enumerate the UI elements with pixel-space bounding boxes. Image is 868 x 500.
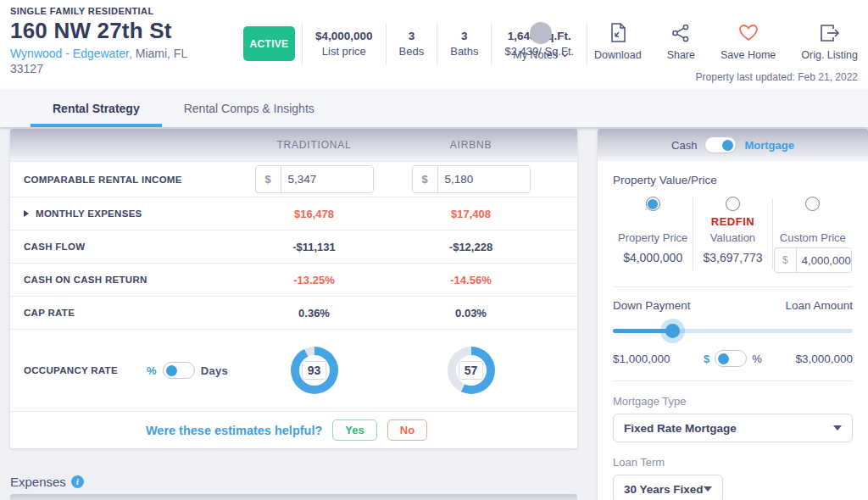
my-notes-avatar-icon <box>530 22 552 44</box>
status-badge: ACTIVE <box>243 26 295 61</box>
tab-bar: Rental Strategy Rental Comps & Insights <box>0 89 868 127</box>
chevron-down-icon <box>561 53 569 58</box>
redfin-valuation-radio[interactable] <box>726 197 740 211</box>
traditional-income-input[interactable] <box>281 166 373 192</box>
mortgage-toggle-label[interactable]: Mortgage <box>744 139 794 152</box>
feedback-no-button[interactable]: No <box>387 419 427 441</box>
financing-panel: Cash Mortgage Property Value/Price Prope… <box>598 129 868 500</box>
download-button[interactable]: Download <box>594 22 642 61</box>
traditional-income-input-group: $ <box>255 165 374 193</box>
down-payment-value: $1,000,000 <box>613 353 670 365</box>
traditional-occupancy-donut: 93 <box>291 347 338 394</box>
property-type-label: SINGLE FAMILY RESIDENTIAL <box>10 6 187 16</box>
row-occupancy-rate: OCCUPANCY RATE % Days 93 57 <box>10 329 577 411</box>
stat-value: 3 <box>450 28 478 45</box>
action-label: Orig. Listing <box>801 49 858 61</box>
airbnb-monthly-expenses: $17,408 <box>392 208 549 220</box>
cash-mortgage-toggle[interactable] <box>704 136 737 153</box>
feedback-row: Were these estimates helpful? Yes No <box>10 411 577 448</box>
divider <box>613 381 853 381</box>
row-cash-on-cash-return: CASH ON CASH RETURN -13.25% -14.56% <box>10 263 577 296</box>
tab-rental-comps-insights[interactable]: Rental Comps & Insights <box>162 89 337 127</box>
column-traditional: TRADITIONAL <box>236 139 392 151</box>
row-monthly-expenses: MONTHLY EXPENSES $16,478 $17,408 <box>10 197 577 230</box>
airbnb-coc-return: -14.56% <box>392 274 549 286</box>
column-airbnb: AIRBNB <box>392 139 549 151</box>
airbnb-income-input-group: $ <box>412 165 531 193</box>
slider-knob[interactable] <box>665 324 680 338</box>
stat-label: List price <box>315 44 373 60</box>
info-icon[interactable]: i <box>71 475 84 488</box>
stat-beds: 3 Beds <box>386 23 437 65</box>
feedback-yes-button[interactable]: Yes <box>332 419 376 441</box>
price-options: Property Price $4,000,000 REDFIN Valuati… <box>613 197 853 273</box>
divider <box>693 198 693 269</box>
option-redfin-valuation: REDFIN Valuation $3,697,773 <box>693 197 772 273</box>
property-address: 160 NW 27th St <box>10 18 187 44</box>
row-cap-rate: CAP RATE 0.36% 0.03% <box>10 296 577 329</box>
header-actions: My Notes Download Share <box>513 22 858 61</box>
stat-value: 3 <box>399 28 425 45</box>
property-header: SINGLE FAMILY RESIDENTIAL 160 NW 27th St… <box>0 0 868 89</box>
loan-term-select[interactable]: 30 Years Fixed <box>613 475 723 500</box>
save-home-button[interactable]: Save Home <box>721 22 776 61</box>
share-button[interactable]: Share <box>667 22 695 61</box>
loan-amount-label: Loan Amount <box>785 299 853 312</box>
toggle-percent-label[interactable]: % <box>147 364 157 377</box>
property-price-radio[interactable] <box>646 197 660 211</box>
percent-toggle-label[interactable]: % <box>752 353 762 365</box>
property-location: Wynwood - Edgewater, Miami, FL <box>10 47 187 60</box>
custom-price-input-group: $ <box>774 247 852 273</box>
property-info: SINGLE FAMILY RESIDENTIAL 160 NW 27th St… <box>10 6 187 75</box>
mortgage-type-value: Fixed Rate Mortgage <box>624 422 737 435</box>
redfin-logo: REDFIN <box>711 215 754 228</box>
toggle-days-label[interactable]: Days <box>201 364 228 377</box>
city-state-label: Miami, FL <box>132 47 187 60</box>
property-value-title: Property Value/Price <box>613 174 853 186</box>
traditional-cash-flow: -$11,131 <box>236 241 392 253</box>
row-cash-flow: CASH FLOW -$11,131 -$12,228 <box>10 230 577 263</box>
slider-fill <box>613 329 673 333</box>
currency-prefix: $ <box>256 166 281 192</box>
cash-toggle-label[interactable]: Cash <box>671 139 697 152</box>
zip-code: 33127 <box>10 62 187 75</box>
orig-listing-button[interactable]: Orig. Listing <box>801 22 858 61</box>
stat-value: $4,000,000 <box>315 28 373 45</box>
heart-icon <box>738 24 759 42</box>
orig-listing-icon <box>820 24 840 42</box>
neighborhood-link[interactable]: Wynwood - Edgewater, <box>10 47 132 60</box>
down-payment-slider[interactable] <box>613 324 853 339</box>
option-label: Property Price <box>618 231 687 244</box>
tab-rental-strategy[interactable]: Rental Strategy <box>31 89 162 127</box>
occupancy-unit-toggle[interactable] <box>163 362 195 379</box>
expenses-title-text: Expenses <box>10 475 66 489</box>
traditional-monthly-expenses: $16,478 <box>236 208 392 220</box>
stat-baths: 3 Baths <box>437 23 491 65</box>
option-value: $4,000,000 <box>623 251 682 264</box>
row-comparable-rental-income: COMPARABLE RENTAL INCOME $ $ <box>10 161 577 197</box>
mortgage-type-select[interactable]: Fixed Rate Mortgage <box>613 414 853 442</box>
currency-prefix: $ <box>775 248 797 272</box>
custom-price-radio[interactable] <box>805 197 820 211</box>
row-label: COMPARABLE RENTAL INCOME <box>24 175 236 185</box>
currency-prefix: $ <box>413 166 438 192</box>
traditional-coc-return: -13.25% <box>236 274 392 286</box>
option-property-price: Property Price $4,000,000 <box>613 197 693 273</box>
strategy-table-header: TRADITIONAL AIRBNB <box>10 129 577 161</box>
dollar-toggle-label[interactable]: $ <box>704 353 709 365</box>
share-icon <box>671 24 690 42</box>
divider <box>613 286 853 287</box>
action-label: Save Home <box>721 49 776 61</box>
expand-arrow-icon[interactable] <box>24 210 29 217</box>
airbnb-income-input[interactable] <box>438 166 530 192</box>
airbnb-cap-rate: 0.03% <box>392 307 549 319</box>
my-notes-button[interactable]: My Notes <box>513 22 569 61</box>
custom-price-input[interactable] <box>797 248 851 272</box>
row-label: CAP RATE <box>24 308 236 318</box>
payment-method-header: Cash Mortgage <box>598 129 868 161</box>
loan-term-value: 30 Years Fixed <box>624 483 704 496</box>
traditional-occupancy-value: 93 <box>302 361 327 380</box>
row-label: OCCUPANCY RATE <box>24 365 118 375</box>
dollar-percent-toggle[interactable] <box>715 350 747 367</box>
row-label: MONTHLY EXPENSES <box>36 208 142 219</box>
